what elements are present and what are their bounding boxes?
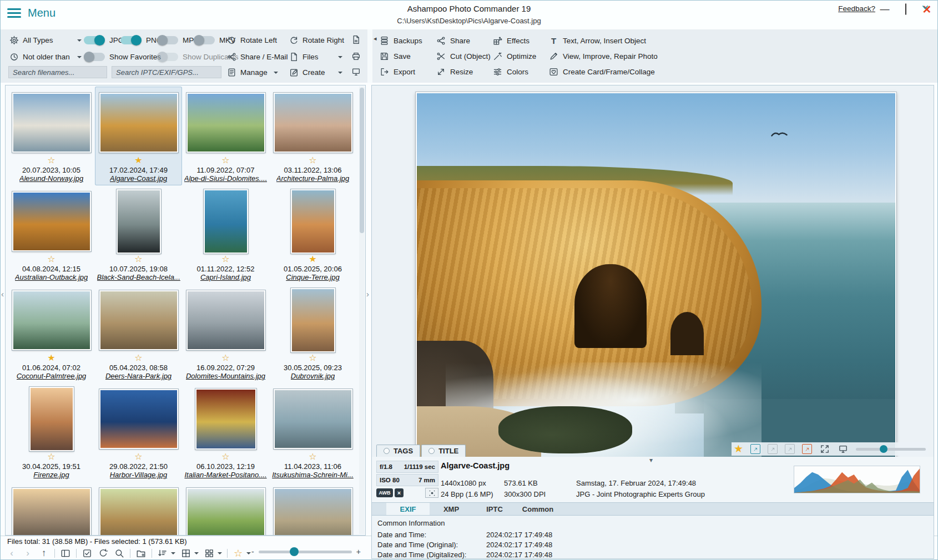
rotate-right-button[interactable]: Rotate Right (289, 34, 344, 46)
select-mode-button[interactable] (82, 548, 93, 559)
zoom-out-label[interactable]: - (251, 547, 254, 556)
favorite-star-icon[interactable]: ☆ (309, 452, 316, 462)
favorite-star-icon[interactable]: ★ (47, 353, 55, 363)
toggle-switch[interactable] (84, 53, 105, 61)
thumbnail-filename[interactable]: Dubrovnik.jpg (291, 372, 335, 380)
slideshow-nav-1[interactable] (750, 444, 760, 454)
thumbnail-filename[interactable]: Firenze.jpg (33, 471, 69, 479)
zoom-in-label[interactable]: + (356, 547, 361, 556)
thumbnail-filename[interactable]: Cinque-Terre.jpg (286, 273, 339, 281)
view-mode-button[interactable] (180, 548, 191, 559)
photo-thumbnail[interactable] (204, 189, 248, 254)
preview-slider-track[interactable] (856, 448, 926, 451)
toolbar-button-text-arrow-insert-object[interactable]: TText, Arrow, Insert Object (549, 33, 658, 48)
png-filter-toggle[interactable]: PNG (120, 34, 162, 46)
thumbnail-item[interactable]: ☆10.07.2025, 19:08Black-Sand-Beach-Icela… (95, 185, 182, 284)
tab-tags[interactable]: TAGS (376, 445, 420, 457)
splitter-caret-icon[interactable]: ▾ (649, 456, 653, 464)
not-older-than-dropdown[interactable]: Not older than (9, 51, 82, 63)
favorite-toggle-icon[interactable]: ★ (734, 444, 743, 454)
thumbnail-item[interactable]: ☆11.04.2023, 11:06Itsukushima-Schrein-Mi… (269, 383, 356, 482)
thumbnail-item[interactable]: ☆16.09.2022, 07:29Dolomites-Mountains.jp… (182, 284, 269, 383)
feedback-link[interactable]: Feedback? (838, 4, 875, 13)
favorite-star-icon[interactable]: ☆ (47, 254, 55, 264)
chevron-down-icon[interactable] (246, 552, 251, 557)
thumbnail-item[interactable]: ☆30.05.2025, 09:23Dubrovnik.jpg (269, 284, 356, 383)
photo-thumbnail[interactable] (12, 488, 91, 536)
toolbar-button-effects[interactable]: Effects (493, 33, 549, 48)
collapse-left-panel-arrow[interactable]: ‹ (1, 289, 4, 299)
tab-iptc[interactable]: IPTC (473, 503, 516, 515)
thumbnail-item[interactable] (269, 482, 356, 536)
thumbnail-item[interactable]: ☆30.04.2025, 19:51Firenze.jpg (8, 383, 95, 482)
thumbnail-filename[interactable]: Black-Sand-Beach-Icela... (97, 273, 180, 281)
toggle-switch[interactable] (120, 36, 142, 44)
thumbnail-item[interactable]: ★01.05.2025, 20:06Cinque-Terre.jpg (269, 185, 356, 284)
thumbnail-item[interactable]: ☆05.04.2023, 08:58Deers-Nara-Park.jpg (95, 284, 182, 383)
photo-thumbnail[interactable] (117, 189, 161, 254)
photo-thumbnail[interactable] (99, 389, 178, 449)
thumbnail-item[interactable]: ☆01.11.2022, 12:52Capri-Island.jpg (182, 185, 269, 284)
thumbnail-item[interactable]: ☆29.08.2022, 21:50Harbor-Village.jpg (95, 383, 182, 482)
thumbnail-filename[interactable]: Deers-Nara-Park.jpg (105, 372, 172, 380)
preview-slider-knob[interactable] (880, 445, 887, 453)
print-button[interactable] (351, 50, 361, 62)
favorite-star-icon[interactable]: ☆ (309, 353, 316, 363)
toggle-switch[interactable] (84, 36, 105, 44)
forward-button[interactable]: › (22, 548, 33, 559)
refresh-button[interactable] (98, 548, 109, 559)
thumbnail-item[interactable]: ☆04.08.2024, 12:15Australian-Outback.jpg (8, 185, 95, 284)
thumbnail-item[interactable]: ☆06.10.2023, 12:19Italian-Market-Positan… (182, 383, 269, 482)
thumbnail-filename[interactable]: Australian-Outback.jpg (15, 273, 88, 281)
favorite-star-icon[interactable]: ☆ (134, 452, 142, 462)
photo-thumbnail[interactable] (195, 389, 256, 450)
toolbar-button-create-card-frame-collage[interactable]: Create Card/Frame/Collage (549, 64, 658, 79)
favorite-star-icon[interactable]: ☆ (221, 254, 229, 264)
tab-xmp[interactable]: XMP (430, 503, 473, 515)
photo-thumbnail[interactable] (274, 93, 352, 153)
thumbnail-filename[interactable]: Itsukushima-Schrein-Mi... (272, 471, 354, 479)
chevron-down-icon[interactable] (218, 552, 222, 557)
new-folder-button[interactable] (135, 548, 147, 559)
photo-preview[interactable] (416, 92, 896, 458)
fullscreen-button[interactable] (819, 443, 830, 455)
toggle-panel-button[interactable] (60, 548, 71, 559)
photo-thumbnail[interactable] (274, 488, 352, 536)
thumbnail-item[interactable] (182, 482, 269, 536)
mp4-filter-toggle[interactable]: MP4 (157, 34, 198, 46)
thumbnail-zoom-slider[interactable]: - + (251, 547, 368, 556)
favorite-star-icon[interactable]: ☆ (47, 452, 55, 462)
thumbnail-item[interactable] (8, 482, 95, 536)
toolbar-button-export[interactable]: Export (380, 64, 436, 79)
favorite-star-icon[interactable]: ☆ (309, 155, 316, 165)
toolbar-button-view-improve-repair-photo[interactable]: View, Improve, Repair Photo (549, 48, 658, 64)
photo-thumbnail[interactable] (99, 93, 178, 153)
photo-thumbnail[interactable] (99, 290, 178, 350)
thumbnail-scrollbar[interactable] (359, 87, 365, 534)
thumbnail-item[interactable]: ★01.06.2024, 07:02Coconut-Palmtree.jpg (8, 284, 95, 383)
thumbnail-filename[interactable]: Coconut-Palmtree.jpg (17, 372, 87, 380)
photo-thumbnail[interactable] (12, 191, 91, 251)
show-on-monitor-button[interactable] (351, 65, 361, 78)
toolbar-button-colors[interactable]: Colors (493, 64, 549, 79)
minimize-button[interactable]: — (880, 4, 890, 15)
favorite-star-icon[interactable]: ★ (309, 254, 316, 264)
thumbnail-item[interactable] (95, 482, 182, 536)
photo-thumbnail[interactable] (274, 389, 352, 449)
toggle-switch[interactable] (157, 36, 178, 44)
zoom-slider-knob[interactable] (290, 547, 299, 556)
toolbar-button-backups[interactable]: Backups (380, 33, 436, 48)
file-type-filter-dropdown[interactable]: All Types (9, 34, 82, 46)
collapse-toolbar-icon[interactable]: ◂ (374, 35, 377, 42)
search-metadata-input[interactable] (112, 66, 221, 78)
thumbnail-filename[interactable]: Alpe-di-Siusi-Dolomites.... (184, 174, 268, 183)
toolbar-button-save[interactable]: Save (380, 48, 436, 64)
thumbnail-item[interactable]: ☆11.09.2022, 07:07Alpe-di-Siusi-Dolomite… (182, 87, 269, 185)
thumbnail-item[interactable]: ☆20.07.2023, 10:05Alesund-Norway.jpg (8, 87, 95, 185)
favorite-star-icon[interactable]: ☆ (134, 353, 142, 363)
slideshow-nav-4[interactable] (802, 444, 812, 454)
expand-panel-arrow[interactable]: › (366, 289, 369, 299)
rotate-left-button[interactable]: Rotate Left (227, 34, 277, 46)
photo-thumbnail[interactable] (291, 288, 335, 352)
toolbar-button-share[interactable]: Share (436, 33, 493, 48)
